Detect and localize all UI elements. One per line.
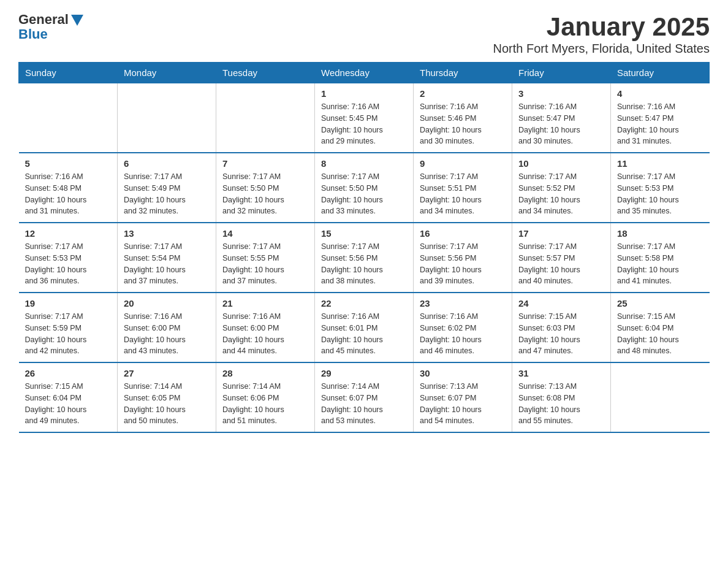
day-number: 4 [617,88,703,99]
day-info: Sunrise: 7:15 AMSunset: 6:03 PMDaylight:… [518,311,604,357]
day-info: Sunrise: 7:17 AMSunset: 5:50 PMDaylight:… [222,171,308,217]
day-number: 7 [222,158,308,169]
day-info: Sunrise: 7:15 AMSunset: 6:04 PMDaylight:… [617,311,703,357]
calendar-cell: 2Sunrise: 7:16 AMSunset: 5:46 PMDaylight… [414,83,512,153]
calendar-table: SundayMondayTuesdayWednesdayThursdayFrid… [18,62,710,433]
day-info: Sunrise: 7:17 AMSunset: 5:57 PMDaylight:… [518,241,604,287]
day-number: 3 [518,88,604,99]
calendar-header: SundayMondayTuesdayWednesdayThursdayFrid… [19,63,710,83]
calendar-cell: 25Sunrise: 7:15 AMSunset: 6:04 PMDayligh… [611,293,710,362]
calendar-cell: 3Sunrise: 7:16 AMSunset: 5:47 PMDaylight… [512,83,611,153]
day-number: 12 [25,228,112,239]
day-info: Sunrise: 7:16 AMSunset: 5:45 PMDaylight:… [321,101,407,147]
day-number: 19 [25,298,112,308]
day-number: 30 [420,368,506,378]
calendar-week-3: 12Sunrise: 7:17 AMSunset: 5:53 PMDayligh… [19,223,710,293]
logo-general: General [18,12,69,27]
calendar-cell: 5Sunrise: 7:16 AMSunset: 5:48 PMDaylight… [19,153,118,223]
calendar-cell: 7Sunrise: 7:17 AMSunset: 5:50 PMDaylight… [216,153,315,223]
day-info: Sunrise: 7:16 AMSunset: 5:47 PMDaylight:… [617,101,703,147]
day-number: 18 [617,228,703,239]
calendar-cell: 21Sunrise: 7:16 AMSunset: 6:00 PMDayligh… [216,293,315,362]
day-number: 13 [124,228,210,239]
day-info: Sunrise: 7:16 AMSunset: 6:01 PMDaylight:… [321,311,407,357]
calendar-cell: 29Sunrise: 7:14 AMSunset: 6:07 PMDayligh… [315,362,414,432]
day-info: Sunrise: 7:17 AMSunset: 5:53 PMDaylight:… [25,241,112,287]
calendar-cell: 14Sunrise: 7:17 AMSunset: 5:55 PMDayligh… [216,223,315,293]
day-info: Sunrise: 7:16 AMSunset: 5:46 PMDaylight:… [420,101,506,147]
day-number: 11 [617,158,703,169]
calendar-cell: 15Sunrise: 7:17 AMSunset: 5:56 PMDayligh… [315,223,414,293]
day-number: 23 [420,298,506,308]
weekday-header-thursday: Thursday [414,63,512,83]
calendar-week-5: 26Sunrise: 7:15 AMSunset: 6:04 PMDayligh… [19,362,710,432]
logo: General Blue [18,12,83,42]
day-info: Sunrise: 7:14 AMSunset: 6:07 PMDaylight:… [321,381,407,427]
calendar-cell: 27Sunrise: 7:14 AMSunset: 6:05 PMDayligh… [118,362,216,432]
day-number: 17 [518,228,604,239]
calendar-cell: 18Sunrise: 7:17 AMSunset: 5:58 PMDayligh… [611,223,710,293]
calendar-cell: 22Sunrise: 7:16 AMSunset: 6:01 PMDayligh… [315,293,414,362]
calendar-title: January 2025 [493,12,710,42]
title-block: January 2025 North Fort Myers, Florida, … [493,12,710,56]
day-info: Sunrise: 7:17 AMSunset: 5:56 PMDaylight:… [420,241,506,287]
day-info: Sunrise: 7:16 AMSunset: 6:02 PMDaylight:… [420,311,506,357]
day-info: Sunrise: 7:16 AMSunset: 6:00 PMDaylight:… [222,311,308,357]
calendar-cell: 12Sunrise: 7:17 AMSunset: 5:53 PMDayligh… [19,223,118,293]
calendar-cell [118,83,216,153]
day-number: 21 [222,298,308,308]
calendar-cell: 9Sunrise: 7:17 AMSunset: 5:51 PMDaylight… [414,153,512,223]
day-number: 24 [518,298,604,308]
day-number: 6 [124,158,210,169]
calendar-cell: 8Sunrise: 7:17 AMSunset: 5:50 PMDaylight… [315,153,414,223]
calendar-body: 1Sunrise: 7:16 AMSunset: 5:45 PMDaylight… [19,83,710,433]
weekday-header-tuesday: Tuesday [216,63,315,83]
day-info: Sunrise: 7:13 AMSunset: 6:07 PMDaylight:… [420,381,506,427]
day-info: Sunrise: 7:13 AMSunset: 6:08 PMDaylight:… [518,381,604,427]
day-info: Sunrise: 7:16 AMSunset: 5:48 PMDaylight:… [25,171,112,217]
day-info: Sunrise: 7:16 AMSunset: 6:00 PMDaylight:… [124,311,210,357]
calendar-cell: 4Sunrise: 7:16 AMSunset: 5:47 PMDaylight… [611,83,710,153]
calendar-cell: 6Sunrise: 7:17 AMSunset: 5:49 PMDaylight… [118,153,216,223]
calendar-cell: 30Sunrise: 7:13 AMSunset: 6:07 PMDayligh… [414,362,512,432]
day-number: 28 [222,368,308,378]
calendar-cell: 26Sunrise: 7:15 AMSunset: 6:04 PMDayligh… [19,362,118,432]
day-number: 2 [420,88,506,99]
day-number: 15 [321,228,407,239]
page-header: General Blue January 2025 North Fort Mye… [18,12,710,56]
day-info: Sunrise: 7:14 AMSunset: 6:05 PMDaylight:… [124,381,210,427]
day-info: Sunrise: 7:17 AMSunset: 5:54 PMDaylight:… [124,241,210,287]
day-info: Sunrise: 7:17 AMSunset: 5:59 PMDaylight:… [25,311,112,357]
calendar-cell: 23Sunrise: 7:16 AMSunset: 6:02 PMDayligh… [414,293,512,362]
calendar-cell: 16Sunrise: 7:17 AMSunset: 5:56 PMDayligh… [414,223,512,293]
calendar-week-2: 5Sunrise: 7:16 AMSunset: 5:48 PMDaylight… [19,153,710,223]
day-number: 27 [124,368,210,378]
day-number: 14 [222,228,308,239]
day-number: 29 [321,368,407,378]
calendar-cell: 10Sunrise: 7:17 AMSunset: 5:52 PMDayligh… [512,153,611,223]
day-number: 25 [617,298,703,308]
day-info: Sunrise: 7:17 AMSunset: 5:52 PMDaylight:… [518,171,604,217]
calendar-cell: 19Sunrise: 7:17 AMSunset: 5:59 PMDayligh… [19,293,118,362]
day-number: 8 [321,158,407,169]
day-number: 1 [321,88,407,99]
calendar-cell: 11Sunrise: 7:17 AMSunset: 5:53 PMDayligh… [611,153,710,223]
calendar-cell: 17Sunrise: 7:17 AMSunset: 5:57 PMDayligh… [512,223,611,293]
calendar-cell [19,83,118,153]
day-info: Sunrise: 7:17 AMSunset: 5:53 PMDaylight:… [617,171,703,217]
day-number: 10 [518,158,604,169]
day-info: Sunrise: 7:17 AMSunset: 5:51 PMDaylight:… [420,171,506,217]
calendar-cell: 24Sunrise: 7:15 AMSunset: 6:03 PMDayligh… [512,293,611,362]
day-number: 31 [518,368,604,378]
day-info: Sunrise: 7:15 AMSunset: 6:04 PMDaylight:… [25,381,112,427]
calendar-cell: 1Sunrise: 7:16 AMSunset: 5:45 PMDaylight… [315,83,414,153]
calendar-cell: 31Sunrise: 7:13 AMSunset: 6:08 PMDayligh… [512,362,611,432]
day-number: 9 [420,158,506,169]
day-number: 5 [25,158,112,169]
calendar-cell: 20Sunrise: 7:16 AMSunset: 6:00 PMDayligh… [118,293,216,362]
logo-triangle-icon [71,15,83,26]
day-info: Sunrise: 7:17 AMSunset: 5:58 PMDaylight:… [617,241,703,287]
day-info: Sunrise: 7:17 AMSunset: 5:50 PMDaylight:… [321,171,407,217]
weekday-header-monday: Monday [118,63,216,83]
day-number: 26 [25,368,112,378]
